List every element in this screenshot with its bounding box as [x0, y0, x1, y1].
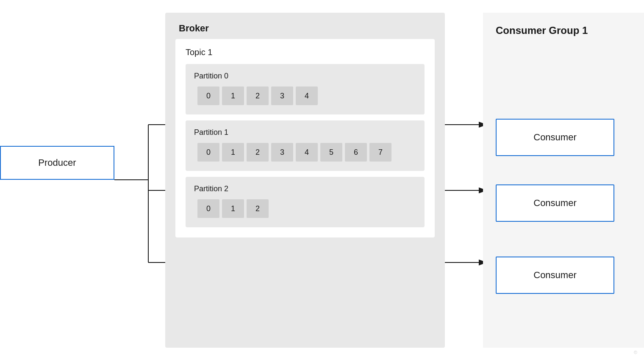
broker-title: Broker: [165, 13, 445, 39]
partition-block-2: Partition 2 0 1 2: [186, 177, 425, 227]
partition-cells-1: 0 1 2 3 4 5 6 7: [197, 143, 391, 162]
cell-0-1: 1: [222, 87, 244, 105]
consumer-wrapper-2: Consumer: [496, 257, 614, 294]
cell-1-1: 1: [222, 143, 244, 162]
cell-1-7: 7: [369, 143, 391, 162]
cell-0-0: 0: [197, 87, 219, 105]
consumer-label-2: Consumer: [533, 270, 576, 281]
consumer-label-0: Consumer: [533, 132, 576, 143]
cell-1-4: 4: [296, 143, 318, 162]
cell-2-2: 2: [247, 199, 269, 218]
consumer-box-0: Consumer: [496, 119, 614, 156]
topic-container: Topic 1 Partition 0 0 1 2 3 4: [175, 39, 435, 237]
partition-block-0: Partition 0 0 1 2 3 4: [186, 64, 425, 114]
cell-1-0: 0: [197, 143, 219, 162]
watermark: ©: [634, 350, 637, 355]
partition-title-2: Partition 2: [194, 184, 416, 193]
cell-2-0: 0: [197, 199, 219, 218]
partition-row-2: 0 1 2: [194, 199, 416, 218]
cell-1-6: 6: [345, 143, 367, 162]
broker-section: Broker Topic 1 Partition 0 0 1 2 3 4: [165, 13, 445, 348]
cell-1-3: 3: [271, 143, 293, 162]
cell-1-5: 5: [320, 143, 342, 162]
consumer-group-title: Consumer Group 1: [496, 13, 631, 45]
cell-1-2: 2: [247, 143, 269, 162]
partition-title-0: Partition 0: [194, 72, 416, 81]
partition-block-1: Partition 1 0 1 2 3 4 5 6 7: [186, 120, 425, 171]
consumer-wrapper-0: Consumer: [496, 119, 614, 156]
consumer-box-2: Consumer: [496, 257, 614, 294]
partition-row-0: 0 1 2 3 4: [194, 87, 416, 105]
consumer-wrapper-1: Consumer: [496, 184, 614, 222]
consumer-label-1: Consumer: [533, 198, 576, 209]
cell-0-2: 2: [247, 87, 269, 105]
consumer-group-section: Consumer Group 1 Consumer Consumer Consu…: [483, 13, 644, 348]
cell-2-1: 1: [222, 199, 244, 218]
producer-box: Producer: [0, 146, 114, 180]
partition-cells-2: 0 1 2: [197, 199, 269, 218]
cell-0-4: 4: [296, 87, 318, 105]
cell-0-3: 3: [271, 87, 293, 105]
diagram-container: Producer Broker Topic 1 Partition 0 0 1 …: [0, 0, 644, 360]
partition-row-1: 0 1 2 3 4 5 6 7: [194, 143, 416, 162]
partition-cells-0: 0 1 2 3 4: [197, 87, 318, 105]
partition-title-1: Partition 1: [194, 128, 416, 137]
consumer-box-1: Consumer: [496, 184, 614, 222]
topic-title: Topic 1: [186, 47, 425, 57]
producer-label: Producer: [38, 157, 76, 168]
